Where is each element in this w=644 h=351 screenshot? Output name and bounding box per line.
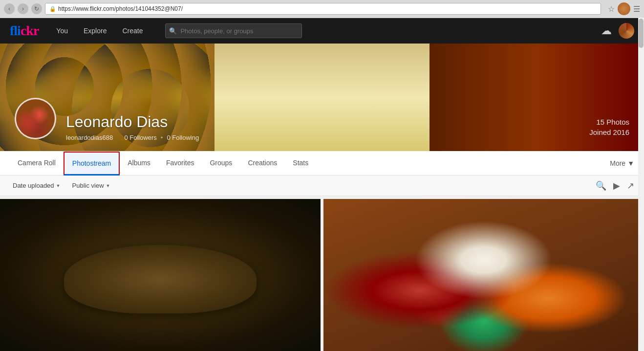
browser-user-avatar[interactable] (618, 2, 630, 15)
flickr-app: flickr You Explore Create 🔍 ☁ (0, 18, 644, 351)
tab-stats[interactable]: Stats (285, 152, 316, 175)
search-icon: 🔍 (169, 27, 177, 35)
chevron-down-icon: ▼ (627, 159, 634, 167)
search-input[interactable] (165, 23, 302, 38)
profile-avatar[interactable] (15, 98, 56, 139)
browser-menu-button[interactable]: ☰ (633, 4, 640, 14)
share-button[interactable]: ↗ (627, 180, 634, 191)
browser-actions: ☆ ☰ (608, 2, 640, 15)
tab-favorites[interactable]: Favorites (158, 152, 202, 175)
profile-meta: leonardodias688 0 Followers • 0 Followin… (66, 134, 629, 141)
lock-icon: 🔒 (49, 6, 56, 12)
tab-camera-roll[interactable]: Camera Roll (10, 152, 64, 175)
meta-separator-2: • (161, 134, 163, 141)
photo-card-1[interactable] (0, 199, 321, 351)
address-bar[interactable]: 🔒 https://www.flickr.com/photos/14104435… (45, 3, 601, 15)
profile-stats: 15 Photos Joined 2016 (589, 118, 629, 136)
profile-text: Leonardo Dias leonardodias688 0 Follower… (66, 113, 629, 141)
profile-avatar-image (16, 99, 55, 138)
refresh-button[interactable]: ↻ (31, 3, 42, 14)
nav-user-avatar[interactable] (619, 23, 634, 39)
bookmark-button[interactable]: ☆ (608, 4, 615, 14)
tab-photostream[interactable]: Photostream (64, 152, 120, 176)
joined-text: Joined 2016 (589, 128, 629, 136)
nav-search: 🔍 (165, 23, 591, 38)
meta-separator-1 (117, 134, 120, 141)
photo-card-2[interactable] (323, 199, 644, 351)
url-text: https://www.flickr.com/photos/141044352@… (58, 5, 183, 12)
tab-creations[interactable]: Creations (240, 152, 285, 175)
date-filter-button[interactable]: Date uploaded ▼ (10, 180, 64, 191)
tab-groups[interactable]: Groups (202, 152, 240, 175)
scrollbar-track[interactable] (638, 18, 644, 351)
flickr-logo: flickr (10, 23, 39, 39)
view-filter-label: Public view (72, 182, 104, 189)
photos-count: 15 Photos (589, 118, 629, 126)
filters-row: Date uploaded ▼ Public view ▼ 🔍 ▶ ↗ (0, 176, 644, 196)
tab-albums[interactable]: Albums (120, 152, 158, 175)
logo-pink: ckr (21, 23, 39, 38)
profile-tabs: Camera Roll Photostream Albums Favorites… (0, 151, 644, 176)
nav-explore[interactable]: Explore (81, 25, 109, 37)
profile-username: leonardodias688 (66, 134, 113, 141)
logo-blue: fli (10, 23, 21, 38)
search-wrapper: 🔍 (165, 23, 302, 38)
view-filter-button[interactable]: Public view ▼ (69, 180, 113, 191)
scrollbar-thumb[interactable] (639, 19, 644, 48)
filter-actions: 🔍 ▶ ↗ (596, 180, 634, 191)
navbar: flickr You Explore Create 🔍 ☁ (0, 18, 644, 44)
search-photos-button[interactable]: 🔍 (596, 180, 606, 191)
upload-button[interactable]: ☁ (601, 24, 612, 37)
nav-right: ☁ (601, 23, 634, 39)
nav-you[interactable]: You (53, 25, 71, 37)
forward-button[interactable]: › (18, 3, 28, 14)
profile-name: Leonardo Dias (66, 113, 629, 131)
date-filter-label: Date uploaded (13, 182, 54, 189)
nav-create[interactable]: Create (119, 25, 146, 37)
slideshow-button[interactable]: ▶ (613, 180, 620, 191)
photo-grid (0, 196, 644, 351)
date-filter-caret: ▼ (56, 183, 61, 188)
browser-toolbar: ‹ › ↻ 🔒 https://www.flickr.com/photos/14… (0, 0, 644, 18)
profile-followers: 0 Followers (124, 134, 156, 141)
view-filter-caret: ▼ (106, 183, 110, 188)
tab-more-label: More (610, 159, 625, 167)
nav-avatar-img (619, 23, 634, 39)
back-button[interactable]: ‹ (4, 3, 15, 14)
tab-more[interactable]: More ▼ (610, 159, 634, 167)
profile-info-overlay: Leonardo Dias leonardodias688 0 Follower… (0, 88, 644, 151)
profile-following: 0 Following (167, 134, 199, 141)
profile-banner: Leonardo Dias leonardodias688 0 Follower… (0, 44, 644, 151)
